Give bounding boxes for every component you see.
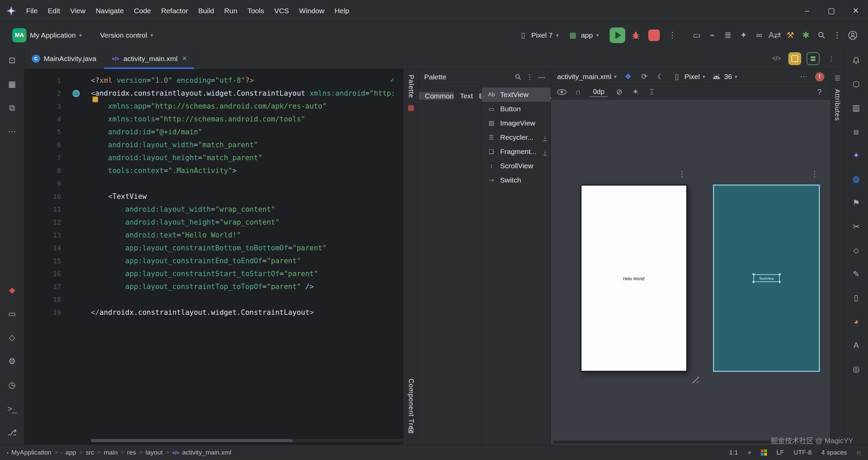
autoconnect-magnet-icon[interactable]: ∩ <box>573 88 583 96</box>
device-selector[interactable]: ▯ Pixel 7 ▾ <box>514 31 564 40</box>
code-line[interactable]: 18 <box>24 293 403 306</box>
issues-icon[interactable]: ! <box>815 72 824 81</box>
app-quality-insights-icon[interactable]: ◍ <box>849 172 864 187</box>
palette-component-switch[interactable]: ⊸Switch <box>482 173 551 187</box>
inspections-ok-icon[interactable]: ✓ <box>390 75 395 84</box>
design-surface-mode-icon[interactable]: ❖ <box>623 72 633 81</box>
selection-handle[interactable] <box>778 281 781 283</box>
code-line[interactable]: 6 android:layout_width="match_parent" <box>24 138 403 151</box>
sdk-manager-icon[interactable]: ⚒ <box>783 27 798 43</box>
menu-run[interactable]: Run <box>219 4 242 17</box>
close-button[interactable]: ✕ <box>844 0 868 22</box>
code-line[interactable]: 19</androidx.constraintlayout.widget.Con… <box>24 306 403 319</box>
ai-assistant-icon[interactable]: ⬦ <box>849 243 864 258</box>
code-editor[interactable]: 1<?xml version="1.0" encoding="utf-8"?>2… <box>24 69 403 445</box>
caret-position[interactable]: 1:1 <box>729 449 738 456</box>
clear-constraints-icon[interactable]: ⊘ <box>614 88 624 96</box>
night-mode-icon[interactable]: ☾ <box>656 72 665 81</box>
attributes-icon[interactable]: ☰ <box>832 73 843 83</box>
align-tools-icon[interactable]: ⌶ <box>647 88 656 96</box>
menu-window[interactable]: Window <box>294 4 330 17</box>
design-preview-menu-icon[interactable]: ⋮ <box>678 170 686 179</box>
status-position-icon[interactable]: ⌖ <box>748 449 751 457</box>
find-icon[interactable]: ◎ <box>849 362 864 377</box>
code-line[interactable]: 8 tools:context=".MainActivity"> <box>24 164 403 177</box>
palette-menu-icon[interactable]: ⋮ <box>526 73 533 81</box>
translations-editor-icon[interactable]: A <box>849 338 864 353</box>
palette-category-text[interactable]: Text <box>454 92 473 100</box>
tab-MainActivity.java[interactable]: CMainActivity.java <box>24 48 104 69</box>
bookmarks-icon[interactable]: ⚑ <box>849 195 864 210</box>
design-view-icon[interactable] <box>807 52 820 65</box>
run-button[interactable] <box>610 27 625 43</box>
notifications-bell-icon[interactable] <box>849 53 864 68</box>
textview-selection[interactable]: TextView <box>753 274 780 282</box>
breadcrumb-item[interactable]: main <box>104 449 118 456</box>
device-explorer-icon[interactable]: ▥ <box>849 100 864 115</box>
firebase-icon[interactable]: ◕ <box>849 314 864 329</box>
gemini-icon[interactable]: ✦ <box>736 27 751 43</box>
breadcrumb-item[interactable]: </>activity_main.xml <box>172 449 231 456</box>
structure-icon[interactable]: ⧉ <box>5 100 20 115</box>
git-branch-icon[interactable]: ⎇ <box>5 425 20 440</box>
indent-indicator[interactable]: 4 spaces <box>821 449 847 456</box>
intention-bulb-icon[interactable] <box>92 96 98 102</box>
palette-component-scrollview[interactable]: ↕ScrollView <box>482 159 551 173</box>
status-grid-icon[interactable] <box>761 449 767 456</box>
palette-search-icon[interactable] <box>515 74 521 80</box>
code-line[interactable]: 3 xmlns:app="http://schemas.android.com/… <box>24 100 403 113</box>
tab-options-icon[interactable]: ⋮ <box>825 52 838 65</box>
menu-tools[interactable]: Tools <box>242 4 269 17</box>
code-line[interactable]: 14 app:layout_constraintBottom_toBottomO… <box>24 242 403 254</box>
breadcrumb-item[interactable]: res <box>127 449 136 456</box>
project-icon[interactable]: ▦ <box>5 77 20 92</box>
problems-icon[interactable]: ◆ <box>5 283 20 298</box>
device-menu[interactable]: ▯ Pixel ▾ <box>672 72 705 81</box>
running-devices-icon[interactable]: ⊡ <box>5 53 20 68</box>
component-tree-stripe-button[interactable]: Component Tree <box>407 379 415 434</box>
more-toolbar-icon[interactable]: ⋮ <box>829 27 845 43</box>
code-line[interactable]: 11 android:layout_width="wrap_content" <box>24 203 403 216</box>
code-line[interactable]: 12 android:layout_height="wrap_content" <box>24 216 403 229</box>
status-notification-icon[interactable]: ⍾ <box>856 448 861 457</box>
maximize-button[interactable]: ▢ <box>819 0 844 22</box>
related-layout-icon[interactable] <box>73 90 80 97</box>
palette-component-button[interactable]: ▭Button <box>482 102 551 116</box>
orientation-icon[interactable]: ⟳ <box>639 72 649 81</box>
code-line[interactable]: 4 xmlns:tools="http://schemas.android.co… <box>24 113 403 126</box>
app-links-assistant-icon[interactable]: ✂ <box>849 219 864 234</box>
logcat-icon[interactable]: ≣ <box>720 27 736 43</box>
breadcrumb-item[interactable]: ▫app <box>61 449 76 456</box>
palette-component-imageview[interactable]: ▨ImageView <box>482 116 551 130</box>
selection-handle[interactable] <box>752 273 755 276</box>
design-more-icon[interactable]: ⋯ <box>799 72 808 81</box>
plugins-icon[interactable]: ✱ <box>798 27 814 43</box>
debug-button[interactable] <box>628 27 644 43</box>
layout-inspector-icon[interactable]: ⧈ <box>849 124 864 139</box>
infer-constraints-icon[interactable]: ✶ <box>631 88 640 96</box>
search-everywhere-button[interactable] <box>814 27 829 43</box>
selection-handle[interactable] <box>778 273 781 276</box>
tab-activity_main.xml[interactable]: </>activity_main.xml✕ <box>104 48 195 69</box>
code-line[interactable]: 5 android:id="@+id/main" <box>24 126 403 138</box>
breadcrumb-item[interactable]: •MyApplication <box>7 449 52 456</box>
breadcrumb-item[interactable]: src <box>85 449 94 456</box>
build-icon[interactable]: ⚙ <box>5 354 20 369</box>
menu-view[interactable]: View <box>65 4 91 17</box>
help-icon[interactable]: ? <box>815 88 824 96</box>
api-level-menu[interactable]: 36 ▾ <box>712 73 737 81</box>
account-avatar[interactable] <box>845 27 861 43</box>
running-devices-icon[interactable]: ⌁ <box>705 27 720 43</box>
more-run-actions-icon[interactable]: ⋮ <box>665 27 680 43</box>
code-view-icon[interactable]: </> <box>770 52 783 65</box>
breadcrumb-item[interactable]: layout <box>145 449 163 456</box>
terminal-icon[interactable]: >_ <box>5 401 20 416</box>
run-configuration-selector[interactable]: ▦ app ▾ <box>563 31 604 40</box>
preview-resize-handle[interactable] <box>689 374 699 383</box>
menu-file[interactable]: File <box>21 4 43 17</box>
component-tree-icon[interactable]: ⊞ <box>408 426 414 435</box>
menu-refactor[interactable]: Refactor <box>156 4 193 17</box>
gemini-icon[interactable]: ✦ <box>849 148 864 163</box>
code-line[interactable]: 1<?xml version="1.0" encoding="utf-8"?> <box>24 74 403 87</box>
stop-button[interactable] <box>648 30 660 41</box>
